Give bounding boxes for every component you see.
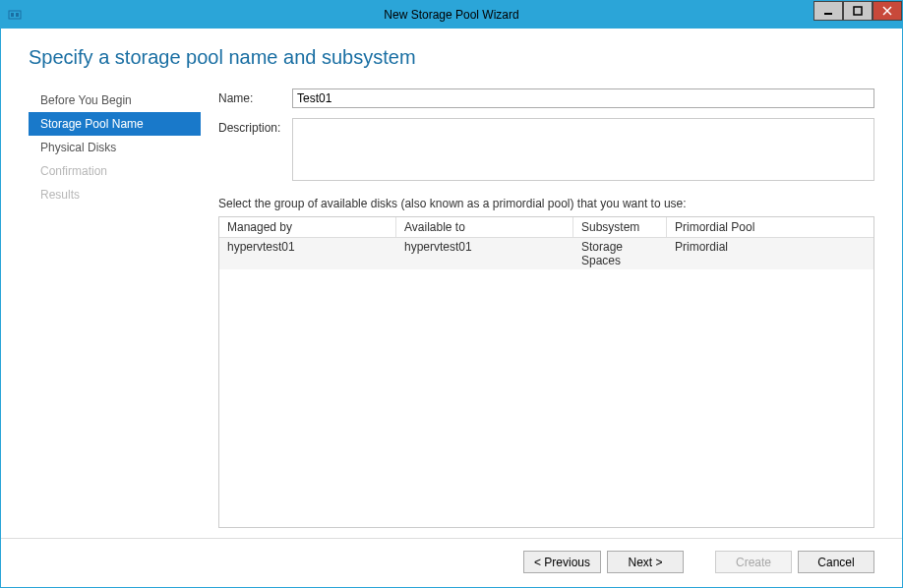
name-input[interactable]	[292, 88, 874, 108]
next-button[interactable]: Next >	[607, 551, 684, 573]
cancel-button[interactable]: Cancel	[798, 551, 874, 573]
col-available-to[interactable]: Available to	[396, 217, 573, 237]
body: Before You Begin Storage Pool Name Physi…	[29, 88, 874, 528]
primordial-pool-table: Managed by Available to Subsystem Primor…	[218, 216, 874, 528]
wizard-window: New Storage Pool Wizard Specify a storag…	[0, 0, 903, 588]
sidebar-item-results: Results	[29, 183, 201, 206]
table-header: Managed by Available to Subsystem Primor…	[219, 217, 873, 238]
sidebar-item-storage-pool-name[interactable]: Storage Pool Name	[29, 112, 201, 136]
cell-available-to: hypervtest01	[396, 238, 573, 269]
table-body: hypervtest01 hypervtest01 Storage Spaces…	[219, 238, 873, 527]
sidebar-item-physical-disks[interactable]: Physical Disks	[29, 136, 201, 159]
description-input[interactable]	[292, 118, 874, 181]
wizard-steps-sidebar: Before You Begin Storage Pool Name Physi…	[29, 88, 201, 528]
app-icon	[7, 7, 23, 23]
table-row[interactable]: hypervtest01 hypervtest01 Storage Spaces…	[219, 238, 873, 269]
cell-primordial-pool: Primordial	[667, 238, 873, 269]
button-spacer	[690, 551, 709, 573]
create-button: Create	[715, 551, 792, 573]
cell-managed-by: hypervtest01	[219, 238, 396, 269]
sidebar-item-before-you-begin[interactable]: Before You Begin	[29, 88, 201, 112]
cell-subsystem: Storage Spaces	[573, 238, 667, 269]
col-primordial-pool[interactable]: Primordial Pool	[667, 217, 873, 237]
description-row: Description:	[218, 118, 874, 181]
name-label: Name:	[218, 88, 292, 105]
svg-rect-1	[11, 13, 14, 17]
titlebar: New Storage Pool Wizard	[1, 1, 902, 29]
wizard-footer: < Previous Next > Create Cancel	[1, 538, 902, 587]
window-title: New Storage Pool Wizard	[1, 8, 902, 22]
previous-button[interactable]: < Previous	[523, 551, 601, 573]
col-subsystem[interactable]: Subsystem	[573, 217, 667, 237]
main-panel: Name: Description: Select the group of a…	[201, 88, 874, 528]
content-area: Specify a storage pool name and subsyste…	[1, 29, 902, 538]
svg-rect-2	[16, 13, 19, 17]
col-managed-by[interactable]: Managed by	[219, 217, 396, 237]
page-title: Specify a storage pool name and subsyste…	[29, 46, 874, 69]
svg-rect-0	[9, 11, 21, 19]
close-button[interactable]	[873, 1, 902, 21]
window-controls	[813, 1, 902, 21]
sidebar-item-confirmation: Confirmation	[29, 159, 201, 183]
description-label: Description:	[218, 118, 292, 135]
name-row: Name:	[218, 88, 874, 108]
instruction-text: Select the group of available disks (als…	[218, 197, 874, 210]
minimize-button[interactable]	[813, 1, 843, 21]
svg-rect-4	[854, 7, 862, 15]
maximize-button[interactable]	[843, 1, 873, 21]
